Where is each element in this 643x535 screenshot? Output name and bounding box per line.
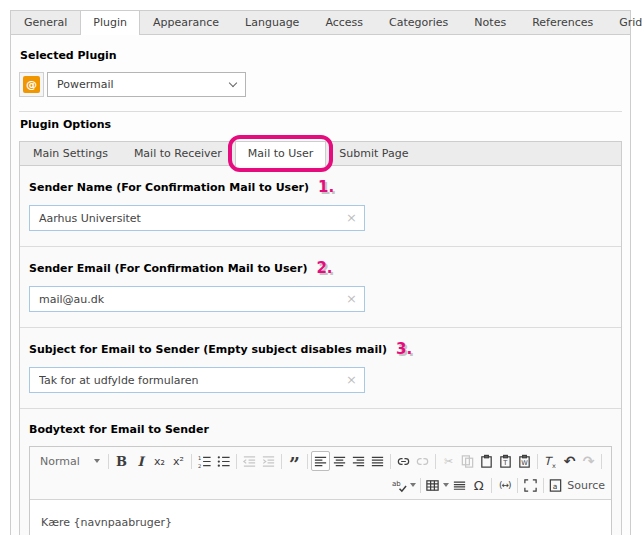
align-right-icon[interactable] <box>349 451 368 471</box>
redo-icon: ↷ <box>579 451 598 471</box>
align-center-icon[interactable] <box>330 451 349 471</box>
align-left-icon[interactable] <box>311 451 330 471</box>
bold-icon[interactable]: B <box>112 451 131 471</box>
clear-input-icon[interactable]: × <box>346 372 357 387</box>
rte-paragraph: Kære {navnpaabruger} <box>41 516 600 529</box>
italic-icon[interactable]: I <box>131 451 150 471</box>
field-subject-for-email-to-sender-empty-subject-disables-mail: Subject for Email to Sender (Empty subje… <box>20 328 621 409</box>
unlink-icon <box>413 451 432 471</box>
undo-icon[interactable]: ↶ <box>560 451 579 471</box>
glyph: ” <box>289 455 300 473</box>
plugin-edit-page: GeneralPluginAppearanceLanguageAccessCat… <box>10 10 631 535</box>
remove-format-icon[interactable]: Tx <box>541 451 560 471</box>
paste-icon[interactable] <box>477 451 496 471</box>
field-label-row: Subject for Email to Sender (Empty subje… <box>29 342 612 357</box>
paste-text-icon[interactable]: T <box>496 451 515 471</box>
subtab-label: Mail to Receiver <box>134 147 222 160</box>
toolbar-separator <box>420 478 421 493</box>
copy-icon <box>458 451 477 471</box>
svg-text:x: x <box>552 461 556 468</box>
tab-appearance[interactable]: Appearance <box>140 11 232 34</box>
toolbar-separator <box>108 454 109 469</box>
rte-content-area[interactable]: Kære {navnpaabruger}Her er hvad du har u… <box>30 500 611 535</box>
horizontal-line-icon[interactable] <box>450 475 469 495</box>
field-label: Sender Name (For Confirmation Mail to Us… <box>29 181 309 194</box>
source-button[interactable]: aSource <box>547 475 606 495</box>
tab-language[interactable]: Language <box>232 11 312 34</box>
special-character-icon[interactable]: Ω <box>469 475 488 495</box>
plugin-select-value: Powermail <box>57 78 114 91</box>
tab-references[interactable]: References <box>519 11 606 34</box>
annotation-number: 3. <box>396 342 412 357</box>
powermail-icon: @ <box>23 76 40 93</box>
table-icon[interactable] <box>424 475 450 495</box>
bulleted-list-icon[interactable] <box>214 451 233 471</box>
paste-word-icon[interactable]: W <box>515 451 534 471</box>
cut-icon: ✂ <box>439 451 458 471</box>
subject-for-email-to-sender-empty-subject-disables-mail-input[interactable] <box>29 367 365 393</box>
bodytext-label: Bodytext for Email to Sender <box>29 423 209 436</box>
clear-input-icon[interactable]: × <box>346 291 357 306</box>
spellcheck-icon[interactable]: ab <box>391 475 417 495</box>
tab-categories[interactable]: Categories <box>376 11 461 34</box>
sender-name-for-confirmation-mail-to-user-input[interactable] <box>29 205 365 231</box>
tab-content: Selected Plugin @ Powermail Plugin Optio… <box>10 35 631 535</box>
rte-toolbar: NormalBIx₂x²12”✂TWTx↶↷ abΩ(↔)aSource <box>30 447 611 500</box>
svg-text:W: W <box>521 459 528 467</box>
toolbar-separator <box>517 478 518 493</box>
field-label-row: Sender Email (For Confirmation Mail to U… <box>29 261 612 276</box>
glyph: ↷ <box>583 454 595 468</box>
tab-general[interactable]: General <box>11 11 80 34</box>
justify-icon[interactable] <box>368 451 387 471</box>
field-label: Sender Email (For Confirmation Mail to U… <box>29 262 307 275</box>
indent-icon <box>259 451 278 471</box>
sender-email-for-confirmation-mail-to-user-input[interactable] <box>29 286 365 312</box>
maximize-icon[interactable] <box>521 475 540 495</box>
plugin-select-row: @ Powermail <box>19 72 622 97</box>
toolbar-separator <box>191 454 192 469</box>
toolbar-separator <box>435 454 436 469</box>
format-select-label: Normal <box>40 455 80 468</box>
outdent-icon <box>240 451 259 471</box>
svg-text:T: T <box>502 459 508 467</box>
subtab-main-settings[interactable]: Main Settings <box>20 142 121 165</box>
numbered-list-icon[interactable]: 12 <box>195 451 214 471</box>
field-sender-email-for-confirmation-mail-to-user: Sender Email (For Confirmation Mail to U… <box>20 247 621 328</box>
link-icon[interactable] <box>394 451 413 471</box>
glyph: x₂ <box>154 456 165 467</box>
tab-grid-elements[interactable]: Grid Elements <box>606 11 643 34</box>
plugin-icon-cell: @ <box>19 72 44 97</box>
svg-text:2: 2 <box>198 463 201 469</box>
subtab-label: Mail to User <box>248 147 313 160</box>
blockquote-icon[interactable]: ” <box>285 451 304 471</box>
glyph: (↔) <box>499 481 511 490</box>
glyph: ↶ <box>564 454 576 468</box>
subtab-mail-to-receiver[interactable]: Mail to Receiver <box>121 142 235 165</box>
glyph: B <box>116 455 127 468</box>
subscript-icon[interactable]: x₂ <box>150 451 169 471</box>
toolbar-separator <box>543 478 544 493</box>
clear-input-icon[interactable]: × <box>346 210 357 225</box>
paragraph-format-select[interactable]: Normal <box>35 451 105 471</box>
plugin-select[interactable]: Powermail <box>47 72 246 97</box>
source-button-label: Source <box>567 479 605 492</box>
caret-down-icon <box>443 483 449 487</box>
glyph: ✂ <box>444 456 453 467</box>
subtab-submit-page[interactable]: Submit Page <box>326 142 421 165</box>
superscript-icon[interactable]: x² <box>169 451 188 471</box>
toolbar-separator <box>281 454 282 469</box>
field-label-row: Sender Name (For Confirmation Mail to Us… <box>29 180 612 195</box>
tab-plugin[interactable]: Plugin <box>80 11 140 35</box>
subtab-mail-to-user[interactable]: Mail to User <box>235 142 326 166</box>
svg-text:a: a <box>553 481 558 490</box>
tab-notes[interactable]: Notes <box>461 11 519 34</box>
soft-hyphen-icon[interactable]: (↔) <box>495 475 514 495</box>
tab-access[interactable]: Access <box>312 11 376 34</box>
field-input-wrap: × <box>29 367 365 393</box>
subtab-label: Submit Page <box>339 147 408 160</box>
svg-text:ab: ab <box>392 478 401 487</box>
annotation-number: 2. <box>316 261 332 276</box>
rte-editor: NormalBIx₂x²12”✂TWTx↶↷ abΩ(↔)aSource Kær… <box>29 446 612 535</box>
record-tabbar: GeneralPluginAppearanceLanguageAccessCat… <box>10 10 631 35</box>
toolbar-separator <box>236 454 237 469</box>
